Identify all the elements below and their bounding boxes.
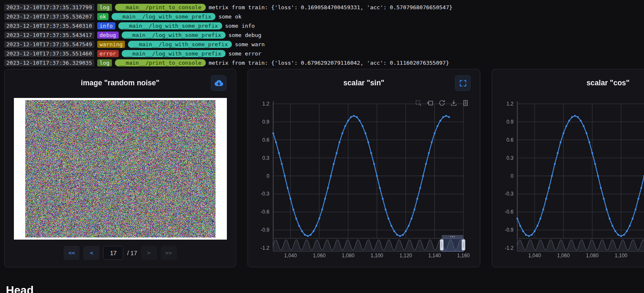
- log-timestamp: 2023-12-10T17:37:35.540310: [4, 22, 94, 29]
- log-row: 2023-12-10T17:37:35.547549warning__main_…: [4, 40, 644, 49]
- log-row: 2023-12-10T17:37:35.317799log__main__/pr…: [4, 3, 644, 12]
- svg-text:1,100: 1,100: [615, 253, 628, 259]
- svg-text:0.6: 0.6: [262, 137, 269, 143]
- log-module-pill: __main__/log_with_some_prefix: [122, 50, 226, 57]
- svg-text:1,100: 1,100: [371, 253, 383, 259]
- log-panel: 2023-12-10T17:37:35.317799log__main__/pr…: [0, 0, 644, 67]
- log-timestamp: 2023-12-10T17:37:35.543417: [4, 32, 94, 39]
- data-view-icon[interactable]: [462, 100, 469, 106]
- log-timestamp: 2023-12-10T17:37:36.329035: [4, 59, 94, 66]
- pager-next-button[interactable]: >: [141, 246, 157, 260]
- log-timestamp: 2023-12-10T17:37:35.536207: [4, 13, 94, 20]
- log-message: some ok: [218, 13, 242, 20]
- log-row: 2023-12-10T17:37:35.540310info__main__/l…: [4, 21, 644, 30]
- pager-last-button[interactable]: >>: [161, 246, 177, 260]
- log-row: 2023-12-10T17:37:36.329035log__main__/pr…: [4, 58, 644, 67]
- svg-text:-0.3: -0.3: [261, 191, 269, 197]
- svg-text:0.9: 0.9: [262, 119, 269, 125]
- svg-text:-0.9: -0.9: [505, 227, 514, 233]
- pager-first-button[interactable]: <<: [64, 246, 80, 260]
- scalar-sin-card: scalar "sin" 1.20.90.60.30-0.3-0.6-0.9-1…: [247, 69, 480, 267]
- svg-text:1,060: 1,060: [557, 253, 570, 259]
- log-level-badge: ok: [97, 13, 109, 20]
- pager-prev-button[interactable]: <: [83, 246, 99, 260]
- cos-chart: 1.20.90.60.30-0.3-0.6-0.9-1.21,0401,0601…: [501, 98, 644, 263]
- log-level-badge: info: [97, 22, 115, 29]
- svg-text:0.3: 0.3: [506, 155, 514, 161]
- log-message: some warn: [235, 41, 264, 48]
- footer-section-heading: Head: [6, 284, 644, 293]
- log-level-badge: log: [97, 59, 112, 66]
- image-card: image "random noise" << < / 17 > >>: [4, 69, 236, 267]
- log-message: some debug: [229, 32, 261, 38]
- area-zoom-icon[interactable]: [415, 100, 422, 106]
- noise-image-frame: [14, 98, 227, 240]
- svg-text:-0.6: -0.6: [261, 209, 269, 215]
- svg-text:-1.2: -1.2: [505, 245, 514, 251]
- pager-total-label: / 17: [127, 250, 137, 256]
- log-module-pill: __main__/print_to_console: [115, 59, 206, 66]
- log-level-badge: log: [97, 4, 112, 11]
- log-module-pill: __main__/log_with_some_prefix: [112, 13, 216, 20]
- page: 2023-12-10T17:37:35.317799log__main__/pr…: [0, 0, 644, 293]
- image-pager: << < / 17 > >>: [5, 246, 236, 260]
- log-row: 2023-12-10T17:37:35.536207ok__main__/log…: [4, 12, 644, 21]
- log-timestamp: 2023-12-10T17:37:35.551460: [4, 50, 94, 57]
- log-message: some error: [229, 50, 261, 57]
- svg-text:0: 0: [266, 173, 269, 179]
- cos-card-header: scalar "cos": [492, 69, 644, 96]
- log-message: some info: [225, 23, 255, 29]
- log-module-pill: __main__/log_with_some_prefix: [118, 22, 222, 29]
- datazoom-window[interactable]: [442, 238, 463, 251]
- log-timestamp: 2023-12-10T17:37:35.317799: [4, 4, 94, 11]
- log-message: metrix from train: {'loss': 0.1690584700…: [209, 4, 452, 11]
- svg-text:1,080: 1,080: [342, 253, 354, 259]
- image-card-title: image "random noise": [81, 79, 160, 87]
- cos-card-title: scalar "cos": [586, 79, 629, 87]
- svg-text:1,120: 1,120: [399, 253, 412, 259]
- log-row: 2023-12-10T17:37:35.551460error__main__/…: [4, 49, 644, 58]
- log-level-badge: error: [97, 50, 119, 57]
- pager-page-input[interactable]: [103, 246, 123, 260]
- svg-text:1.2: 1.2: [506, 101, 514, 107]
- chart-toolbox: [415, 100, 469, 106]
- svg-text:0.9: 0.9: [506, 119, 514, 125]
- fullscreen-icon: [459, 79, 467, 87]
- cos-chart-body: 1.20.90.60.30-0.3-0.6-0.9-1.21,0401,0601…: [492, 98, 644, 263]
- log-module-pill: __main__/log_with_some_prefix: [128, 41, 232, 48]
- svg-text:1,160: 1,160: [457, 253, 470, 259]
- sin-chart-body: 1.20.90.60.30-0.3-0.6-0.9-1.21,0401,0601…: [248, 98, 480, 263]
- svg-text:-0.3: -0.3: [505, 191, 514, 197]
- restore-icon[interactable]: [439, 100, 445, 106]
- log-row: 2023-12-10T17:37:35.543417debug__main__/…: [4, 30, 644, 40]
- svg-text:0.6: 0.6: [506, 137, 514, 143]
- svg-text:1,040: 1,040: [284, 253, 297, 259]
- log-message: metrix from train: {'loss': 0.6796292079…: [209, 60, 449, 66]
- svg-text:1,080: 1,080: [586, 253, 599, 259]
- svg-text:-0.6: -0.6: [505, 209, 514, 215]
- svg-text:1,060: 1,060: [313, 253, 326, 259]
- svg-text:1,040: 1,040: [528, 253, 541, 259]
- noise-image: [25, 100, 216, 238]
- save-image-icon[interactable]: [450, 100, 457, 106]
- svg-text:0.3: 0.3: [262, 155, 269, 161]
- zoom-reset-icon[interactable]: [427, 100, 434, 106]
- log-module-pill: __main__/print_to_console: [115, 4, 206, 11]
- cards-row: image "random noise" << < / 17 > >>: [0, 69, 644, 267]
- sin-card-header: scalar "sin": [248, 69, 480, 96]
- log-level-badge: warning: [97, 41, 125, 48]
- log-level-badge: debug: [97, 32, 119, 39]
- scalar-cos-card: scalar "cos" 1.20.90.60.30-0.3-0.6-0.9-1…: [492, 69, 644, 267]
- svg-text:0: 0: [511, 173, 514, 179]
- fullscreen-button[interactable]: [455, 75, 471, 91]
- svg-text:1.2: 1.2: [262, 101, 269, 107]
- image-card-header: image "random noise": [5, 69, 236, 96]
- svg-text:-0.9: -0.9: [261, 227, 269, 233]
- cloud-download-icon: [214, 78, 224, 88]
- sin-chart: 1.20.90.60.30-0.3-0.6-0.9-1.21,0401,0601…: [257, 98, 476, 263]
- sin-card-title: scalar "sin": [343, 79, 384, 87]
- log-timestamp: 2023-12-10T17:37:35.547549: [4, 41, 94, 48]
- cloud-download-button[interactable]: [211, 75, 226, 91]
- svg-text:1,140: 1,140: [428, 253, 441, 259]
- log-module-pill: __main__/log_with_some_prefix: [122, 32, 226, 39]
